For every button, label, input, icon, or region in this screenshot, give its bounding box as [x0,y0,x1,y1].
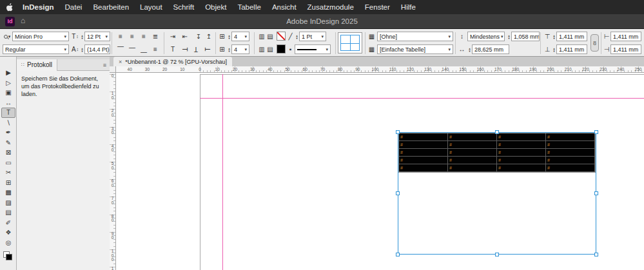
rows-stepper[interactable]: ▴▾ [227,32,231,41]
selection-handle[interactable] [396,253,400,256]
fill-color-swatch[interactable] [277,44,286,53]
scissors-tool[interactable]: ✂ [1,168,15,178]
font-size-field[interactable]: 12 Pt▾ [84,32,110,41]
font-style-select[interactable]: Regular▾ [3,44,69,54]
pen-tool[interactable]: ✒ [1,128,15,138]
cell-style-select[interactable]: [Ohne]▾ [377,32,453,41]
apple-menu-icon[interactable] [6,3,14,12]
selection-handle[interactable] [495,253,499,256]
selection-handle[interactable] [396,130,400,134]
rectangle-tool[interactable]: ▭ [1,158,15,168]
table-cell[interactable]: # [546,157,595,164]
selection-handle[interactable] [594,130,598,134]
align-right-icon[interactable]: ≡ [138,32,150,41]
horizontal-ruler[interactable]: 5040302010010203040506070809010011012013… [110,66,644,73]
font-size-stepper[interactable]: ▴▾ [80,32,84,41]
baseline-down-icon[interactable]: ↧ [193,32,204,41]
menu-tabelle[interactable]: Tabelle [237,3,260,11]
close-tab-icon[interactable]: × [119,59,122,65]
menu-objekt[interactable]: Objekt [205,3,226,11]
panel-menu-icon[interactable]: ≡ [103,62,106,68]
free-transform-tool[interactable]: ⊞ [1,178,15,188]
menu-hilfe[interactable]: Hilfe [401,3,416,11]
stroke-weight-field[interactable]: 1 Pt▾ [299,32,326,41]
table-cell[interactable]: # [448,164,497,172]
table-cell[interactable]: # [497,141,546,149]
selection-handle[interactable] [594,253,598,256]
table-style-select[interactable]: [Einfache Tabelle]▾ [377,44,453,54]
text-rotation-180-icon[interactable]: T [190,44,202,54]
menu-layout[interactable]: Layout [140,3,162,11]
column-width-stepper[interactable]: ▴▾ [467,44,472,54]
zoom-tool[interactable]: ◎ [1,238,15,248]
gradient-feather-tool[interactable]: ▨ [1,198,15,208]
row-height-field[interactable]: 1,058 mm [511,32,540,41]
vertical-ruler[interactable]: 0102030405060708090100110 [110,73,116,270]
table-cell[interactable]: # [399,164,448,172]
menu-schrift[interactable]: Schrift [173,3,195,11]
inset-top-field[interactable]: 1,411 mm [556,32,587,41]
table-cell[interactable]: # [546,141,595,149]
split-cells-h-icon[interactable]: ▥ [258,44,266,54]
font-family-field[interactable]: Minion Pro▾ [12,32,69,41]
menu-indesign[interactable]: InDesign [23,3,54,11]
table-cell[interactable]: # [399,141,448,149]
pasteboard[interactable]: #################### [116,73,644,270]
row-height-stepper[interactable]: ▴▾ [507,32,511,41]
stroke-color-none-swatch[interactable] [277,32,286,41]
selection-handle[interactable] [594,191,598,195]
leading-field[interactable]: (14,4 Pt)▾ [84,44,110,54]
space-after-icon[interactable]: ⇤ [179,32,191,41]
leading-stepper[interactable]: ▴▾ [80,44,84,54]
text-rotation-90-icon[interactable]: T [180,44,190,55]
type-tool[interactable]: T [1,108,15,118]
table-cell[interactable]: # [546,133,595,141]
text-rotation-0-icon[interactable]: T [167,44,179,54]
selection-tool[interactable]: ▶ [1,68,15,78]
ruler-corner[interactable] [110,66,116,73]
inset-bottom-field[interactable]: 1,411 mm [556,44,587,54]
table-cell[interactable]: # [448,141,497,149]
hand-tool[interactable]: ❖ [1,227,15,238]
menu-bearbeiten[interactable]: Bearbeiten [93,3,129,11]
baseline-up-icon[interactable]: ↥ [204,32,214,41]
menu-fenster[interactable]: Fenster [365,3,390,11]
table-cell[interactable]: # [448,133,497,141]
table-cell[interactable]: # [497,133,546,141]
selected-text-frame[interactable]: #################### [398,132,596,255]
valign-bottom-icon[interactable]: ⎽ [138,44,150,54]
unmerge-cells-icon[interactable]: ▤ [266,32,274,41]
table-cell[interactable]: # [546,164,595,172]
cell-stroke-proxy[interactable] [338,32,362,53]
table-cell[interactable]: # [497,149,546,157]
stroke-type-select[interactable]: ▾ [295,44,331,54]
pencil-tool[interactable]: ✎ [1,138,15,148]
menu-datei[interactable]: Datei [65,3,83,11]
merge-cells-icon[interactable]: ▥ [258,32,266,41]
inset-bottom-stepper[interactable]: ▴▾ [552,44,556,54]
document-tab[interactable]: × *Unbenannt-1 @ 72 % [GPU-Vorschau] [113,57,232,66]
valign-center-icon[interactable]: ⎻ [126,44,138,54]
column-width-field[interactable]: 28,625 mm [472,44,509,54]
note-tool[interactable]: ▤ [1,207,15,218]
table-cell[interactable]: # [399,157,448,164]
selection-handle[interactable] [495,130,499,134]
valign-justify-icon[interactable]: ≡ [150,44,161,54]
table-cell[interactable]: # [448,157,497,164]
valign-top-icon[interactable]: ⎺ [115,44,126,54]
page-tool[interactable]: ▣ [1,88,15,98]
inset-left-field[interactable]: 1,411 mm [610,44,641,54]
menu-zusatzmodule[interactable]: Zusatzmodule [307,3,354,11]
table-cell[interactable]: # [497,157,546,164]
align-left-icon[interactable]: ≡ [115,32,126,41]
menu-ansicht[interactable]: Ansicht [272,3,297,11]
align-justify-icon[interactable]: ≣ [150,32,161,41]
line-tool[interactable]: ∖ [1,118,15,128]
table-cell[interactable]: # [546,149,595,157]
rectangle-frame-tool[interactable]: ⊠ [1,148,15,158]
table-cell[interactable]: # [448,149,497,157]
inset-right-field[interactable]: 1,411 mm [610,32,641,41]
row-height-mode-select[interactable]: Mindestens▾ [467,32,505,41]
table-cell[interactable]: # [497,164,546,172]
font-search-icon[interactable]: ▾ [3,32,12,41]
